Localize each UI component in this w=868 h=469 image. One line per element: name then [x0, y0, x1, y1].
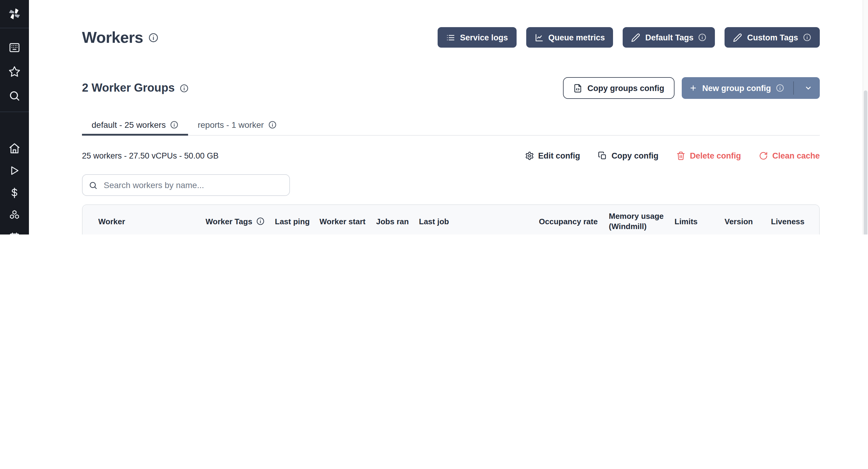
info-icon[interactable] [180, 84, 189, 93]
info-icon[interactable] [149, 32, 159, 42]
sidebar-item-runs[interactable] [3, 163, 26, 178]
group-summary: 25 workers - 27.50 vCPUs - 50.00 GB [82, 151, 218, 160]
scrollbar-thumb[interactable] [864, 90, 867, 234]
sidebar-top-group [0, 28, 29, 103]
star-icon [8, 66, 21, 78]
copy-icon [598, 151, 607, 160]
workers-table: WorkerWorker TagsLast pingWorker startJo… [82, 205, 820, 234]
config-actions: Edit config Copy config Delete config Cl… [525, 151, 820, 160]
info-icon [170, 121, 179, 129]
sidebar-item-favorites[interactable] [3, 64, 26, 79]
main-content: Workers Service logs Queue metrics Defau… [29, 27, 868, 234]
col-header-liveness: Liveness [771, 217, 809, 226]
list-icon [446, 33, 455, 42]
pen-icon [733, 33, 742, 42]
delete-config-button[interactable]: Delete config [677, 151, 741, 160]
col-header-worker-start: Worker start [319, 217, 376, 226]
info-icon [698, 33, 707, 41]
cubes-icon [8, 209, 21, 221]
col-header-last-ping: Last ping [275, 217, 319, 226]
refresh-icon [759, 151, 768, 160]
search-icon [8, 90, 21, 102]
chart-icon [534, 33, 544, 42]
sidebar-item-resources[interactable] [3, 208, 26, 222]
col-header-last-job: Last job [419, 217, 539, 226]
clean-cache-button[interactable]: Clean cache [759, 151, 820, 160]
worker-groups-heading: 2 Worker Groups [82, 82, 175, 95]
col-header-jobs-ran: Jobs ran [376, 217, 419, 226]
dollar-icon [8, 187, 21, 199]
info-icon [776, 84, 784, 92]
queue-metrics-button[interactable]: Queue metrics [526, 27, 613, 48]
service-logs-button[interactable]: Service logs [438, 27, 516, 48]
col-header-version: Version [724, 217, 771, 226]
tab-reports[interactable]: reports - 1 worker [188, 115, 286, 135]
chevron-down-icon[interactable] [804, 84, 812, 92]
windmill-logo-icon[interactable] [0, 0, 29, 28]
header-actions: Service logs Queue metrics Default Tags … [438, 27, 820, 48]
custom-tags-button[interactable]: Custom Tags [725, 27, 820, 48]
worker-group-tabs: default - 25 workers reports - 1 worker [82, 115, 820, 136]
edit-config-button[interactable]: Edit config [525, 151, 580, 160]
gear-icon [525, 151, 534, 160]
sidebar-item-home[interactable] [3, 141, 26, 156]
apps-icon [8, 41, 21, 54]
info-icon[interactable] [256, 217, 264, 225]
col-header-occupancy-rate: Occupancy rate [539, 217, 609, 226]
sidebar [0, 0, 29, 234]
home-icon [8, 142, 21, 154]
worker-search [82, 174, 290, 196]
button-divider [793, 82, 794, 95]
table-header: WorkerWorker TagsLast pingWorker startJo… [83, 205, 819, 234]
info-icon [268, 121, 276, 129]
vertical-scrollbar [863, 0, 868, 234]
page-title: Workers [82, 28, 143, 47]
new-group-config-button[interactable]: New group config [682, 77, 820, 99]
col-header-limits: Limits [675, 217, 724, 226]
col-header-worker-tags: Worker Tags [206, 217, 275, 226]
col-header-memory-usage-windmill: Memory usage (Windmill) [609, 211, 675, 231]
copy-config-button[interactable]: Copy config [598, 151, 658, 160]
info-icon [803, 33, 811, 41]
workers-page: Workers Service logs Queue metrics Defau… [0, 0, 868, 234]
copy-groups-config-button[interactable]: Copy groups config [563, 77, 675, 99]
pen-icon [631, 33, 641, 42]
col-header-worker: Worker [98, 217, 206, 226]
plus-icon [689, 84, 698, 92]
sidebar-item-apps[interactable] [3, 40, 26, 55]
tab-default[interactable]: default - 25 workers [82, 115, 188, 135]
search-input[interactable] [102, 180, 283, 190]
calendar-icon [8, 231, 21, 234]
sidebar-item-usage[interactable] [3, 186, 26, 200]
sidebar-middle-group [0, 112, 29, 234]
search-icon [89, 181, 98, 190]
file-code-icon [573, 84, 582, 93]
play-icon [8, 164, 21, 177]
default-tags-button[interactable]: Default Tags [623, 27, 715, 48]
sidebar-item-schedules[interactable] [3, 230, 26, 234]
sidebar-item-search[interactable] [3, 89, 26, 103]
trash-icon [677, 151, 686, 160]
